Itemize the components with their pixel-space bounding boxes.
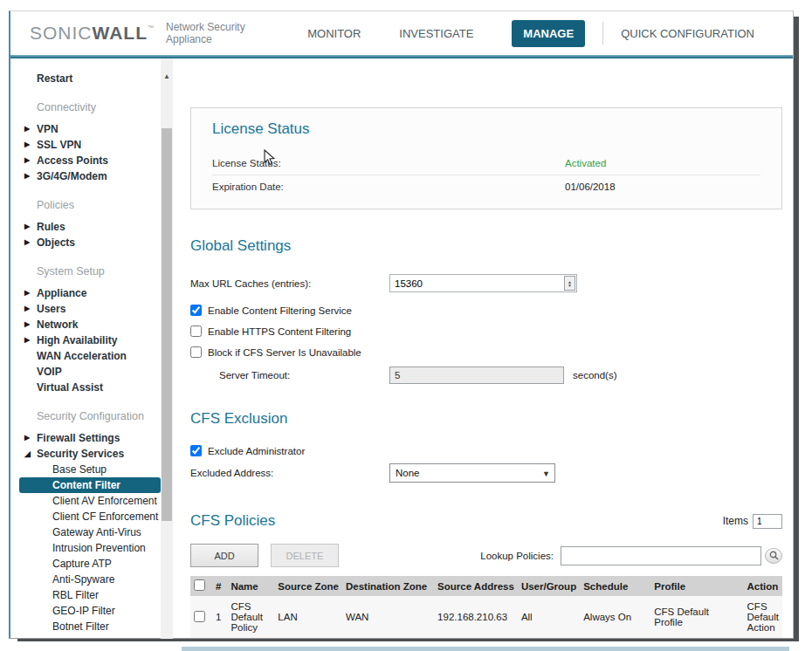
sidebar-item-restart[interactable]: Restart bbox=[10, 71, 173, 86]
sidebar-item-virtual-assist[interactable]: Virtual Assist bbox=[10, 380, 173, 395]
lookup-policies-label: Lookup Policies: bbox=[480, 551, 554, 561]
col-user-group: User/Group bbox=[518, 576, 580, 596]
select-all-checkbox[interactable] bbox=[194, 579, 205, 591]
sidebar-item-rules[interactable]: Rules bbox=[10, 219, 173, 235]
max-url-caches-label: Max URL Caches (entries): bbox=[190, 278, 389, 289]
table-row[interactable]: 1 CFS Default Policy LAN WAN 192.168.210… bbox=[190, 596, 782, 638]
sidebar-item-objects[interactable]: Objects bbox=[10, 235, 173, 250]
search-icon[interactable] bbox=[765, 548, 782, 564]
chevron-right-icon bbox=[24, 285, 30, 301]
sidebar-item-label: Virtual Assist bbox=[37, 381, 103, 394]
chevron-right-icon bbox=[24, 121, 30, 137]
server-timeout-label: Server Timeout: bbox=[219, 370, 389, 380]
expiration-date-value: 01/06/2018 bbox=[565, 182, 616, 192]
col-destination-zone: Destination Zone bbox=[342, 576, 434, 596]
chevron-right-icon bbox=[24, 219, 30, 235]
sidebar-item-geo-ip-filter[interactable]: GEO-IP Filter bbox=[10, 603, 173, 619]
enable-cfs-checkbox[interactable] bbox=[190, 305, 202, 316]
main-content: License Status License Status: Activated… bbox=[173, 58, 793, 639]
col-source-address: Source Address bbox=[434, 576, 518, 596]
cell-source-address: 192.168.210.63 bbox=[434, 596, 518, 638]
scroll-up-arrow-icon[interactable]: ▲ bbox=[161, 71, 173, 83]
app-window: SONICWALL ™ Network Security Appliance M… bbox=[9, 10, 794, 639]
sidebar-item-client-av-enforcement[interactable]: Client AV Enforcement bbox=[10, 493, 173, 509]
row-checkbox[interactable] bbox=[194, 611, 205, 622]
exclude-admin-label: Exclude Administrator bbox=[208, 446, 305, 456]
sidebar-item-base-setup[interactable]: Base Setup bbox=[10, 462, 173, 477]
sidebar-item-3g4g-modem[interactable]: 3G/4G/Modem bbox=[10, 168, 173, 184]
sidebar-item-anti-spyware[interactable]: Anti-Spyware bbox=[10, 572, 173, 587]
logo-text-sonic: SONIC bbox=[30, 23, 93, 44]
cell-source-zone: LAN bbox=[274, 596, 342, 638]
delete-button: DELETE bbox=[271, 544, 339, 567]
block-if-unavailable-row: Block if CFS Server Is Unavailable bbox=[190, 346, 782, 358]
cell-action: CFS Default Action bbox=[744, 596, 782, 638]
server-timeout-suffix: second(s) bbox=[573, 370, 617, 380]
excluded-address-row: Excluded Address: None ▼ bbox=[190, 463, 782, 483]
sidebar-item-security-services[interactable]: Security Services bbox=[10, 446, 173, 462]
tab-manage[interactable]: MANAGE bbox=[512, 20, 585, 47]
chevron-right-icon bbox=[24, 332, 30, 348]
cell-destination-zone: WAN bbox=[342, 596, 434, 638]
sidebar-item-intrusion-prevention[interactable]: Intrusion Prevention bbox=[10, 540, 173, 556]
chevron-right-icon bbox=[24, 137, 30, 153]
sidebar-item-botnet-filter[interactable]: Botnet Filter bbox=[10, 619, 173, 634]
sidebar-scrollbar-thumb[interactable] bbox=[162, 128, 172, 521]
sidebar-item-appliance[interactable]: Appliance bbox=[10, 285, 173, 301]
top-header: SONICWALL ™ Network Security Appliance M… bbox=[10, 11, 793, 55]
sidebar-section-security-configuration: Security Configuration bbox=[37, 410, 173, 422]
block-if-unavailable-checkbox[interactable] bbox=[190, 346, 202, 358]
chevron-right-icon bbox=[24, 317, 30, 332]
sidebar-item-label: Firewall Settings bbox=[37, 432, 120, 444]
excluded-address-dropdown[interactable]: None ▼ bbox=[389, 463, 555, 483]
chevron-right-icon bbox=[24, 301, 30, 317]
tab-monitor[interactable]: MONITOR bbox=[307, 27, 361, 40]
sidebar-section-connectivity: Connectivity bbox=[37, 101, 173, 113]
sidebar-item-content-filter[interactable]: Content Filter bbox=[19, 477, 161, 493]
exclude-admin-row: Exclude Administrator bbox=[190, 445, 782, 456]
exclude-admin-checkbox[interactable] bbox=[190, 445, 202, 456]
sidebar-item-network[interactable]: Network bbox=[10, 317, 173, 332]
sidebar-item-firewall-settings[interactable]: Firewall Settings bbox=[10, 430, 173, 446]
sidebar-item-label: Network bbox=[37, 319, 78, 331]
col-number: # bbox=[212, 576, 227, 596]
number-spinner-icon[interactable]: ▲▼ bbox=[564, 276, 575, 291]
sidebar-scrollbar[interactable]: ▲ bbox=[161, 58, 173, 639]
sidebar-item-rbl-filter[interactable]: RBL Filter bbox=[10, 587, 173, 603]
tab-quick-configuration[interactable]: QUICK CONFIGURATION bbox=[621, 27, 754, 40]
items-count-input[interactable] bbox=[753, 514, 782, 529]
sidebar-item-label: Appliance bbox=[37, 287, 86, 299]
lookup-policies-input[interactable] bbox=[561, 546, 761, 565]
sidebar-item-label: Access Points bbox=[37, 154, 108, 167]
col-profile: Profile bbox=[650, 576, 743, 596]
sidebar-item-access-points[interactable]: Access Points bbox=[10, 153, 173, 168]
sidebar-item-client-cf-enforcement[interactable]: Client CF Enforcement bbox=[10, 509, 173, 524]
sidebar-item-wan-acceleration[interactable]: WAN Acceleration bbox=[10, 348, 173, 364]
left-nav-sidebar: Restart Connectivity VPN SSL VPN Access … bbox=[10, 58, 173, 639]
sidebar-item-label: VOIP bbox=[37, 366, 62, 378]
tab-investigate[interactable]: INVESTIGATE bbox=[399, 27, 473, 40]
enable-https-cf-checkbox[interactable] bbox=[190, 326, 202, 337]
sidebar-item-label: Users bbox=[37, 303, 65, 315]
col-schedule: Schedule bbox=[580, 576, 650, 596]
license-status-row: License Status: Activated bbox=[212, 152, 760, 175]
chevron-right-icon bbox=[24, 430, 30, 446]
sidebar-item-capture-atp[interactable]: Capture ATP bbox=[10, 556, 173, 572]
max-url-caches-input[interactable] bbox=[389, 274, 577, 292]
cell-schedule: Always On bbox=[580, 596, 650, 638]
sidebar-item-users[interactable]: Users bbox=[10, 301, 173, 317]
sidebar-item-gateway-anti-virus[interactable]: Gateway Anti-Virus bbox=[10, 524, 173, 540]
top-nav-tabs: MONITOR INVESTIGATE MANAGE QUICK CONFIGU… bbox=[307, 20, 793, 47]
add-button[interactable]: ADD bbox=[190, 544, 258, 567]
sidebar-item-ssl-vpn[interactable]: SSL VPN bbox=[10, 137, 173, 153]
sidebar-item-vpn[interactable]: VPN bbox=[10, 121, 173, 137]
sidebar-item-high-availability[interactable]: High Availability bbox=[10, 332, 173, 348]
sidebar-section-system-setup: System Setup bbox=[37, 265, 173, 278]
sidebar-item-label: Restart bbox=[37, 72, 72, 85]
items-label: Items bbox=[723, 515, 748, 527]
excluded-address-value: None bbox=[396, 468, 420, 478]
license-status-panel: License Status License Status: Activated… bbox=[190, 107, 782, 209]
logo-text-wall: WALL bbox=[93, 23, 148, 44]
license-status-title: License Status bbox=[212, 120, 760, 138]
sidebar-item-voip[interactable]: VOIP bbox=[10, 364, 173, 380]
